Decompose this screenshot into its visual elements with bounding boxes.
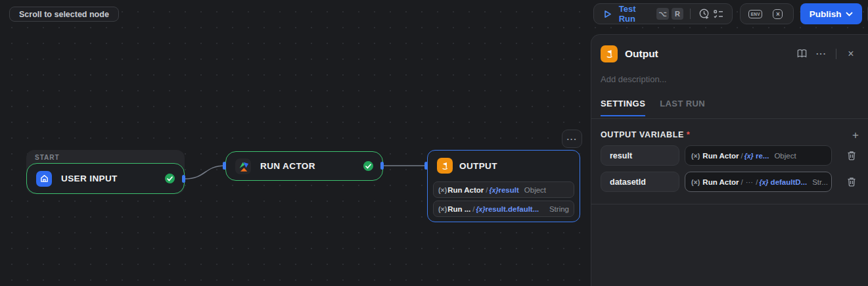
- path-separator: /: [486, 186, 488, 194]
- tab-settings[interactable]: SETTINGS: [601, 99, 645, 116]
- start-group-label: START: [35, 154, 60, 161]
- actor-logo-icon: [235, 158, 251, 174]
- env-variables-group: ENV ×: [740, 3, 794, 24]
- type-label: Str...: [812, 178, 828, 186]
- output-mapping-chip[interactable]: (×) Run ... / {x} result.default... Stri…: [433, 201, 574, 217]
- tab-last-run[interactable]: LAST RUN: [660, 99, 705, 115]
- variable-name-input[interactable]: [601, 145, 679, 166]
- variables-icon-glyph: ×: [773, 9, 783, 19]
- toolbar-divider: [690, 9, 691, 19]
- path-separator: /: [741, 152, 742, 160]
- path-separator: /: [741, 178, 742, 186]
- start-node-group: START USER INPUT: [26, 150, 185, 194]
- test-run-button[interactable]: Test Run: [619, 4, 649, 24]
- variable-row-datasetid: (×) Run Actor / ··· / {x} defaultD... St…: [601, 172, 859, 192]
- panel-tabs: SETTINGS LAST RUN: [591, 99, 868, 119]
- publish-button[interactable]: Publish: [800, 3, 862, 24]
- input-port[interactable]: [223, 162, 226, 170]
- node-title: RUN ACTOR: [260, 161, 315, 171]
- scroll-to-selected-node-button[interactable]: Scroll to selected node: [9, 7, 119, 22]
- variables-icon[interactable]: ×: [769, 5, 787, 22]
- trash-icon: [847, 177, 856, 187]
- type-label: String: [549, 205, 569, 213]
- test-run-group: Test Run ⌥ R: [593, 3, 733, 24]
- node-user-input[interactable]: USER INPUT: [26, 163, 185, 194]
- source-node-token: Run ...: [447, 205, 470, 213]
- output-port[interactable]: [182, 175, 185, 183]
- input-port[interactable]: [424, 162, 428, 170]
- success-check-icon: [165, 174, 175, 183]
- output-flag-icon: [601, 45, 618, 62]
- variable-row-result: (×) Run Actor / {x} re... Object: [601, 145, 859, 166]
- output-variable-section-header: OUTPUT VARIABLE * +: [601, 129, 859, 141]
- variable-token-icon: (×): [691, 152, 700, 160]
- node-title: OUTPUT: [459, 161, 497, 171]
- variable-reference-chip[interactable]: (×) Run Actor / {x} re... Object: [685, 145, 832, 166]
- variable-path-token: defaultD...: [771, 178, 808, 186]
- run-options-icon[interactable]: [711, 5, 725, 22]
- output-port[interactable]: [380, 162, 384, 170]
- source-node-token: Run Actor: [702, 178, 739, 186]
- required-indicator: *: [687, 130, 690, 139]
- section-title: OUTPUT VARIABLE: [601, 130, 684, 139]
- fx-token-icon: {x}: [476, 205, 485, 213]
- variable-token-icon: (×): [438, 205, 447, 213]
- variable-reference-chip[interactable]: (×) Run Actor / ··· / {x} defaultD... St…: [685, 172, 832, 192]
- trash-icon: [847, 151, 856, 160]
- home-icon: [36, 171, 52, 187]
- env-icon-label: ENV: [748, 10, 762, 18]
- chevron-down-icon: [846, 12, 853, 16]
- collapsed-path-ellipsis: ···: [746, 178, 754, 186]
- node-title: USER INPUT: [61, 174, 118, 183]
- publish-label: Publish: [810, 9, 842, 19]
- add-variable-button[interactable]: +: [852, 130, 859, 141]
- play-icon[interactable]: [601, 5, 615, 22]
- section-divider: [591, 204, 868, 204]
- panel-title: Output: [625, 48, 658, 60]
- fx-token-icon: {x}: [759, 178, 768, 186]
- delete-variable-button[interactable]: [844, 175, 859, 189]
- source-node-token: Run Actor: [447, 186, 484, 194]
- close-icon[interactable]: ×: [843, 46, 859, 62]
- type-label: Object: [774, 152, 796, 160]
- docs-book-icon[interactable]: [794, 46, 810, 62]
- top-toolbar: Test Run ⌥ R ENV ×: [593, 3, 868, 24]
- node-run-actor[interactable]: RUN ACTOR: [225, 151, 383, 181]
- output-node-header: OUTPUT: [433, 158, 574, 174]
- panel-more-options-button[interactable]: ···: [813, 46, 829, 62]
- output-mapping-chip[interactable]: (×) Run Actor / {x} result Object: [433, 181, 574, 198]
- path-separator: /: [472, 205, 474, 213]
- success-check-icon: [363, 161, 373, 171]
- variable-path-token: result.default...: [485, 205, 539, 213]
- variable-path-token: re...: [756, 152, 769, 160]
- variable-name-input[interactable]: [601, 172, 679, 192]
- delete-variable-button[interactable]: [844, 149, 859, 163]
- fx-token-icon: {x}: [744, 152, 754, 160]
- node-output[interactable]: OUTPUT (×) Run Actor / {x} result Object…: [427, 150, 580, 222]
- description-placeholder[interactable]: Add description...: [601, 74, 666, 84]
- header-divider: [836, 49, 836, 59]
- fx-token-icon: {x}: [489, 186, 498, 194]
- source-node-token: Run Actor: [702, 152, 739, 160]
- type-label: Object: [524, 186, 546, 194]
- variable-path-token: result: [499, 186, 519, 194]
- node-detail-panel: Output ··· × Add description... SETTINGS…: [591, 34, 868, 286]
- shortcut-alt-key: ⌥: [656, 8, 669, 20]
- node-more-options-button[interactable]: ···: [562, 130, 582, 148]
- output-flag-icon: [437, 158, 453, 174]
- scheduled-run-icon[interactable]: [697, 5, 712, 22]
- variable-token-icon: (×): [438, 186, 447, 194]
- panel-header: Output ··· ×: [601, 45, 859, 62]
- shortcut-r-key: R: [672, 8, 683, 20]
- env-icon[interactable]: ENV: [747, 5, 764, 22]
- variable-token-icon: (×): [691, 178, 700, 186]
- path-separator: /: [756, 178, 758, 186]
